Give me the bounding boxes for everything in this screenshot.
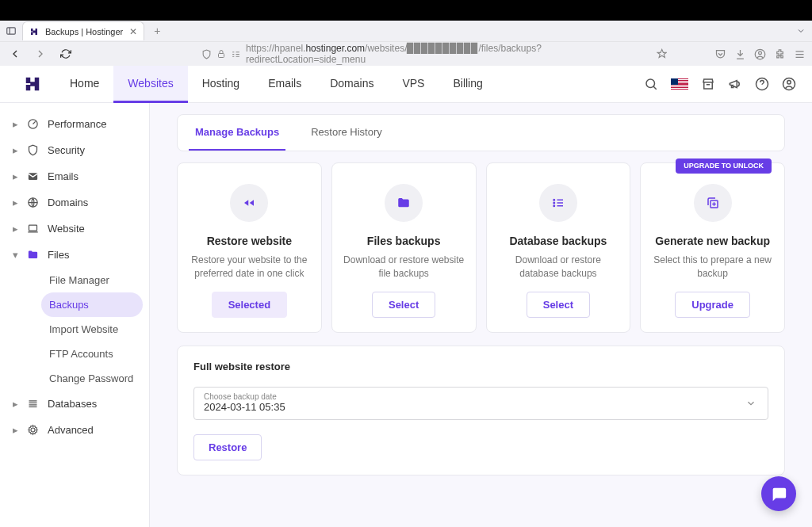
sidebar-item-label: Domains <box>48 197 88 208</box>
profile-icon[interactable] <box>782 77 796 91</box>
chevron-right-icon: ▸ <box>13 197 19 208</box>
address-bar[interactable]: https://hpanel.hostinger.com/websites/▉▉… <box>82 43 707 65</box>
sidebar-toggle-icon[interactable] <box>3 23 19 39</box>
sidebar-item-emails[interactable]: ▸ Emails <box>6 163 143 189</box>
sidebar-item-files[interactable]: ▾ Files <box>6 242 143 268</box>
restore-panel: Full website restore Choose backup date … <box>177 346 785 475</box>
browser-tab[interactable]: Backups | Hostinger ✕ <box>22 21 144 40</box>
sidebar-item-security[interactable]: ▸ Security <box>6 137 143 163</box>
topnav-websites[interactable]: Websites <box>113 66 187 103</box>
sidebar-item-label: Files <box>48 249 69 261</box>
window-black-bar <box>0 0 812 21</box>
svg-point-13 <box>553 202 555 204</box>
search-icon[interactable] <box>644 77 658 91</box>
tabs-dropdown-icon[interactable] <box>793 23 809 39</box>
rewind-icon <box>230 184 268 222</box>
chevron-down-icon <box>745 398 756 409</box>
card-button-select[interactable]: Select <box>372 292 435 318</box>
card-files-backups: Files backups Download or restore websit… <box>331 162 477 333</box>
topnav-billing[interactable]: Billing <box>439 66 496 103</box>
browser-toolbar-right <box>714 48 806 60</box>
chevron-right-icon: ▸ <box>13 170 19 182</box>
sidebar-item-label: Advanced <box>48 424 94 436</box>
pocket-icon[interactable] <box>714 48 726 60</box>
sidebar-sub-import[interactable]: Import Website <box>41 317 143 342</box>
topnav-domains[interactable]: Domains <box>316 66 388 103</box>
svg-rect-0 <box>7 28 16 34</box>
restore-panel-title: Full website restore <box>193 361 768 372</box>
card-desc: Restore your website to the preferred da… <box>187 254 312 281</box>
account-icon[interactable] <box>754 48 766 60</box>
extensions-icon[interactable] <box>774 48 786 60</box>
card-title: Files backups <box>342 235 466 247</box>
svg-point-3 <box>759 51 762 54</box>
cards-row: Restore website Restore your website to … <box>177 162 785 333</box>
sidebar-item-label: Website <box>48 223 85 235</box>
forward-button[interactable] <box>32 45 49 63</box>
reload-button[interactable] <box>57 45 75 63</box>
app-header: Home Websites Hosting Emails Domains VPS… <box>0 66 812 103</box>
sidebar-item-label: Security <box>48 144 85 156</box>
flag-us-icon[interactable] <box>671 78 688 90</box>
topnav-vps[interactable]: VPS <box>388 66 439 103</box>
shield-icon <box>27 144 40 156</box>
card-button-upgrade[interactable]: Upgrade <box>675 292 750 318</box>
sidebar-item-domains[interactable]: ▸ Domains <box>6 189 143 216</box>
tab-restore-history[interactable]: Restore History <box>304 115 389 151</box>
database-icon <box>27 398 40 410</box>
sidebar-sub-filemanager[interactable]: File Manager <box>41 268 143 292</box>
megaphone-icon[interactable] <box>728 77 742 91</box>
sidebar-sub-ftp[interactable]: FTP Accounts <box>41 342 143 366</box>
tab-close-icon[interactable]: ✕ <box>129 26 137 37</box>
card-button-selected[interactable]: Selected <box>212 292 287 318</box>
svg-rect-11 <box>29 225 37 231</box>
help-icon[interactable] <box>755 77 769 91</box>
new-tab-button[interactable]: + <box>147 25 167 37</box>
chevron-right-icon: ▸ <box>13 424 19 436</box>
card-button-select[interactable]: Select <box>527 292 590 318</box>
sidebar-item-advanced[interactable]: ▸ Advanced <box>6 417 143 443</box>
chevron-right-icon: ▸ <box>13 223 19 235</box>
card-title: Database backups <box>496 235 621 247</box>
select-label: Choose backup date <box>204 392 758 401</box>
sidebar-sub-changepwd[interactable]: Change Password <box>41 366 143 391</box>
hostinger-favicon-icon <box>29 27 39 36</box>
backup-date-select[interactable]: Choose backup date 2024-03-11 05:35 <box>193 387 768 420</box>
chevron-right-icon: ▸ <box>13 144 19 156</box>
chat-bubble[interactable] <box>761 476 796 511</box>
sidebar-item-databases[interactable]: ▸ Databases <box>6 391 143 417</box>
browser-tab-title: Backups | Hostinger <box>45 27 123 36</box>
gear-icon <box>27 424 40 436</box>
select-value: 2024-03-11 05:35 <box>204 401 758 413</box>
shield-icon <box>201 49 212 59</box>
bookmark-star-icon[interactable] <box>657 48 668 59</box>
mail-icon <box>27 170 40 182</box>
sidebar-item-label: Databases <box>48 398 97 410</box>
sidebar-item-performance[interactable]: ▸ Performance <box>6 111 143 137</box>
sidebar-files-subitems: File Manager Backups Import Website FTP … <box>6 268 143 391</box>
browser-address-row: https://hpanel.hostinger.com/websites/▉▉… <box>0 41 812 66</box>
list-icon <box>539 184 577 222</box>
hostinger-logo[interactable] <box>24 75 41 93</box>
card-database-backups: Database backups Download or restore dat… <box>486 162 631 333</box>
sidebar-sub-backups[interactable]: Backups <box>41 292 143 317</box>
card-desc: Select this to prepare a new backup <box>650 254 775 281</box>
lock-icon <box>216 49 226 59</box>
tab-manage-backups[interactable]: Manage Backups <box>189 115 285 151</box>
main-area: ▸ Performance ▸ Security ▸ Emails ▸ Doma… <box>0 103 812 527</box>
card-desc: Download or restore database backups <box>496 254 621 281</box>
restore-button[interactable]: Restore <box>193 434 262 460</box>
url-text: https://hpanel.hostinger.com/websites/▉▉… <box>246 43 647 65</box>
folder-icon <box>385 184 423 222</box>
menu-icon[interactable] <box>794 48 806 60</box>
download-icon[interactable] <box>734 48 746 60</box>
back-button[interactable] <box>6 45 24 63</box>
svg-point-4 <box>646 79 655 88</box>
store-icon[interactable] <box>701 77 715 91</box>
topnav-hosting[interactable]: Hosting <box>188 66 254 103</box>
sidebar-item-website[interactable]: ▸ Website <box>6 216 143 242</box>
topnav-emails[interactable]: Emails <box>254 66 316 103</box>
gauge-icon <box>27 118 40 130</box>
topnav-home[interactable]: Home <box>56 66 113 103</box>
card-generate-backup: UPGRADE TO UNLOCK Generate new backup Se… <box>640 162 785 333</box>
